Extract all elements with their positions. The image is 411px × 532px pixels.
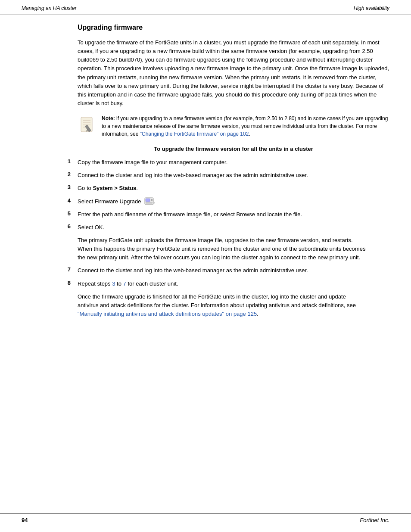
step-number-2: 2 (56, 171, 78, 177)
step-number-3: 3 (56, 184, 78, 190)
note-link[interactable]: "Changing the FortiGate firmware" on pag… (140, 131, 249, 137)
step-6: 6 Select OK. (56, 223, 368, 232)
step-number-8: 8 (56, 280, 78, 286)
step-4: 4 Select Firmware Upgrade . (56, 197, 368, 206)
step-2: 2 Connect to the cluster and log into th… (56, 171, 368, 180)
note-icon (78, 115, 96, 134)
note-box: Note: if you are upgrading to a new firm… (78, 115, 389, 138)
step-content-3: Go to System > Status. (78, 184, 368, 193)
step-7: 7 Connect to the cluster and log into th… (56, 266, 368, 275)
step-3: 3 Go to System > Status. (56, 184, 368, 193)
svg-rect-11 (146, 202, 153, 203)
header-right: High availability (354, 5, 389, 11)
system-status-bold: System > Status (93, 185, 136, 191)
page-content: Upgrading firmware To upgrade the firmwa… (0, 15, 411, 340)
step-content-1: Copy the firmware image file to your man… (78, 158, 368, 167)
step-5: 5 Enter the path and filename of the fir… (56, 210, 368, 219)
step-6-sub: The primary FortiGate unit uploads the f… (78, 236, 368, 262)
procedure-heading: To upgrade the firmware version for all … (78, 146, 389, 152)
step-content-8: Repeat steps 3 to 7 for each cluster uni… (78, 280, 368, 288)
section-title: Upgrading firmware (78, 24, 389, 31)
step-8-sub-suffix: . (257, 311, 258, 317)
step-number-6: 6 (56, 223, 78, 230)
header-left: Managing an HA cluster (22, 5, 77, 11)
step-content-5: Enter the path and filename of the firmw… (78, 210, 368, 219)
step-content-6: Select OK. (78, 223, 368, 232)
firmware-upgrade-icon (144, 197, 154, 205)
step-content-4: Select Firmware Upgrade . (78, 197, 368, 206)
step-8-sub-text: Once the firmware upgrade is finished fo… (78, 293, 356, 308)
page-footer: 94 Fortinet Inc. (0, 513, 411, 523)
step-number-1: 1 (56, 158, 78, 165)
antivirus-link[interactable]: "Manually initiating antivirus and attac… (78, 311, 257, 317)
page: Managing an HA cluster High availability… (0, 0, 411, 532)
footer-brand: Fortinet Inc. (360, 517, 389, 523)
steps-container: 1 Copy the firmware image file to your m… (56, 158, 368, 318)
step7-link[interactable]: 7 (123, 280, 126, 287)
step-number-5: 5 (56, 210, 78, 217)
page-header: Managing an HA cluster High availability (0, 0, 411, 15)
step-8-sub: Once the firmware upgrade is finished fo… (78, 292, 368, 318)
step-1: 1 Copy the firmware image file to your m… (56, 158, 368, 167)
step-number-4: 4 (56, 197, 78, 204)
note-text: Note: if you are upgrading to a new firm… (102, 115, 389, 138)
step-number-7: 7 (56, 266, 78, 273)
step-content-2: Connect to the cluster and log into the … (78, 171, 368, 180)
note-label: Note: (102, 115, 115, 121)
footer-page-number: 94 (22, 517, 28, 523)
section-intro: To upgrade the firmware of the FortiGate… (78, 38, 389, 108)
note-suffix: . (249, 131, 250, 137)
svg-rect-8 (146, 199, 150, 202)
step-8: 8 Repeat steps 3 to 7 for each cluster u… (56, 280, 368, 288)
step3-link[interactable]: 3 (112, 280, 115, 287)
step-content-7: Connect to the cluster and log into the … (78, 266, 368, 275)
